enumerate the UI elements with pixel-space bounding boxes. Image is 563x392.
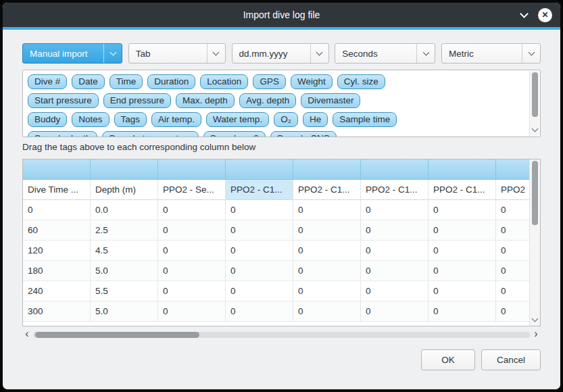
table-cell: 0: [293, 220, 361, 241]
table-cell: 2.5: [91, 220, 158, 241]
tag-avg-depth[interactable]: Avg. depth: [239, 93, 296, 108]
tag-water-temp[interactable]: Water temp.: [206, 112, 269, 127]
drop-target-cell[interactable]: [496, 160, 529, 180]
cancel-button[interactable]: Cancel: [481, 349, 541, 370]
tag-sample-time[interactable]: Sample time: [333, 112, 397, 127]
ok-button[interactable]: OK: [421, 349, 475, 370]
chevron-down-icon[interactable]: [520, 9, 529, 18]
column-header[interactable]: PPO2 - C1...: [226, 180, 293, 200]
tag-notes[interactable]: Notes: [72, 112, 109, 127]
tag-date[interactable]: Date: [72, 74, 105, 89]
table-cell: 0: [158, 220, 226, 241]
window-title: Import dive log file: [243, 9, 320, 20]
table-cell: 0: [293, 281, 361, 301]
column-header[interactable]: Dive Time ...: [23, 180, 91, 200]
tag-gps[interactable]: GPS: [253, 74, 286, 89]
tag-tags[interactable]: Tags: [114, 112, 147, 127]
column-header[interactable]: PPO2 - C1...: [293, 180, 361, 200]
tag-sample-depth[interactable]: Sample depth: [28, 131, 97, 137]
tag-weight[interactable]: Weight: [291, 74, 333, 89]
table-cell: 5.0: [91, 301, 158, 322]
tag-divemaster[interactable]: Divemaster: [301, 93, 360, 108]
scroll-right-icon[interactable]: ›: [531, 328, 541, 341]
tag-max-depth[interactable]: Max. depth: [176, 93, 235, 108]
table-cell: 180: [23, 261, 91, 281]
drop-target-cell[interactable]: [158, 160, 226, 180]
drop-target-cell[interactable]: [226, 160, 293, 180]
dialog-buttons: OK Cancel: [22, 349, 541, 370]
import-type-value: Manual import: [23, 49, 103, 59]
tag-air-temp[interactable]: Air temp.: [151, 112, 201, 127]
table-cell: 0: [293, 261, 361, 281]
table-cell: 5.5: [91, 281, 158, 301]
table-cell: 0: [158, 241, 226, 261]
column-header[interactable]: PPO2: [496, 180, 529, 200]
tag-o[interactable]: O₂: [274, 112, 298, 127]
date-format-dropdown[interactable]: dd.mm.yyyy: [232, 43, 329, 64]
units-dropdown[interactable]: Metric: [441, 43, 541, 64]
table-cell: 0: [293, 301, 361, 322]
scroll-down-icon[interactable]: [532, 316, 539, 322]
table-cell: 0: [226, 220, 293, 241]
time-format-dropdown[interactable]: Seconds: [335, 43, 435, 64]
drop-target-cell[interactable]: [23, 160, 91, 180]
chevron-down-icon: [103, 44, 122, 63]
tag-dive[interactable]: Dive #: [28, 74, 67, 89]
drop-target-cell[interactable]: [91, 160, 158, 180]
table-cell: 0: [496, 261, 529, 281]
drop-target-cell[interactable]: [429, 160, 496, 180]
table-cell: 60: [23, 220, 91, 241]
table-cell: 120: [23, 241, 91, 261]
drop-target-cell[interactable]: [361, 160, 429, 180]
tag-start-pressure[interactable]: Start pressure: [28, 93, 99, 108]
close-icon: ✕: [541, 11, 548, 19]
table-cell: 0: [158, 200, 226, 220]
tag-sample-po2[interactable]: Sample po2: [203, 131, 266, 137]
tag-location[interactable]: Location: [200, 74, 248, 89]
close-button[interactable]: ✕: [538, 8, 552, 22]
table-cell: 0: [226, 281, 293, 301]
scrollbar-thumb[interactable]: [532, 161, 538, 225]
table-cell: 0: [361, 281, 429, 301]
table-cell: 0: [361, 200, 429, 220]
time-format-value: Seconds: [335, 49, 416, 59]
tag-buddy[interactable]: Buddy: [28, 112, 67, 127]
window-frame: Import dive log file ✕ Manual import Tab…: [0, 0, 563, 392]
horizontal-scrollbar[interactable]: ‹ ›: [22, 328, 541, 341]
tag-duration[interactable]: Duration: [147, 74, 195, 89]
table-body: 00.0000000602.50000001204.50000001805.00…: [23, 200, 529, 322]
tag-sample-cns[interactable]: Sample CNS: [270, 131, 337, 137]
chevron-down-icon: [522, 44, 540, 63]
field-separator-value: Tab: [129, 49, 207, 59]
import-preview-table: Dive Time ...Depth (m)PPO2 - Se...PPO2 -…: [22, 159, 541, 326]
tag-pool-scrollbar[interactable]: [529, 71, 539, 136]
chevron-down-icon: [416, 44, 435, 63]
table-cell: 0: [361, 241, 429, 261]
tag-sample-temperature[interactable]: Sample temperature: [102, 131, 198, 137]
tag-row: Start pressureEnd pressureMax. depthAvg.…: [28, 93, 535, 108]
options-toolbar: Manual import Tab dd.mm.yyyy Seconds Met…: [22, 43, 541, 64]
table-cell: 0: [361, 220, 429, 241]
table-cell: 0: [429, 220, 496, 241]
tag-time[interactable]: Time: [109, 74, 143, 89]
field-separator-dropdown[interactable]: Tab: [128, 43, 226, 64]
column-header[interactable]: PPO2 - C1...: [429, 180, 496, 200]
table-cell: 0: [496, 220, 529, 241]
tag-cyl-size[interactable]: Cyl. size: [337, 74, 385, 89]
table-cell: 0: [429, 200, 496, 220]
drop-target-cell[interactable]: [293, 160, 361, 180]
import-type-dropdown[interactable]: Manual import: [22, 43, 122, 64]
table-vertical-scrollbar[interactable]: [529, 160, 540, 326]
column-header[interactable]: PPO2 - C1...: [361, 180, 429, 200]
tag-end-pressure[interactable]: End pressure: [103, 93, 171, 108]
titlebar[interactable]: Import dive log file ✕: [3, 3, 560, 27]
titlebar-actions: ✕: [521, 3, 552, 27]
horizontal-scrollbar-thumb[interactable]: [35, 332, 199, 338]
scroll-left-icon[interactable]: ‹: [22, 328, 32, 341]
horizontal-scrollbar-track[interactable]: [33, 332, 530, 338]
scroll-down-icon[interactable]: [531, 126, 538, 132]
scrollbar-thumb[interactable]: [532, 72, 538, 117]
column-header[interactable]: PPO2 - Se...: [158, 180, 226, 200]
column-header[interactable]: Depth (m): [91, 180, 158, 200]
tag-he[interactable]: He: [303, 112, 328, 127]
